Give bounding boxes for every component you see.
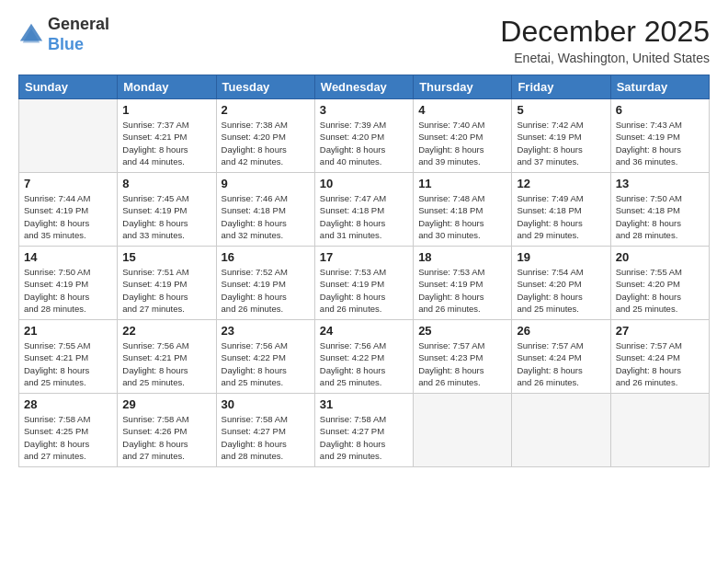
calendar-day-cell: 16Sunrise: 7:52 AMSunset: 4:19 PMDayligh… — [216, 247, 314, 320]
logo-text: General Blue — [48, 15, 109, 54]
calendar-day-cell: 22Sunrise: 7:56 AMSunset: 4:21 PMDayligh… — [118, 320, 216, 394]
day-detail: Sunrise: 7:56 AMSunset: 4:22 PMDaylight:… — [222, 339, 310, 388]
day-detail: Sunrise: 7:46 AMSunset: 4:18 PMDaylight:… — [222, 192, 310, 241]
day-detail: Sunrise: 7:37 AMSunset: 4:21 PMDaylight:… — [122, 119, 210, 167]
weekday-header: Wednesday — [314, 75, 413, 99]
day-number: 15 — [122, 250, 210, 264]
day-detail: Sunrise: 7:58 AMSunset: 4:27 PMDaylight:… — [320, 413, 408, 462]
calendar-week-row: 28Sunrise: 7:58 AMSunset: 4:25 PMDayligh… — [19, 394, 710, 467]
day-number: 23 — [222, 324, 310, 338]
day-detail: Sunrise: 7:57 AMSunset: 4:23 PMDaylight:… — [418, 339, 506, 388]
calendar-day-cell: 10Sunrise: 7:47 AMSunset: 4:18 PMDayligh… — [314, 173, 413, 247]
day-detail: Sunrise: 7:44 AMSunset: 4:19 PMDaylight:… — [24, 192, 112, 241]
weekday-header: Thursday — [414, 75, 512, 99]
day-number: 19 — [517, 250, 605, 264]
day-number: 5 — [517, 103, 605, 117]
calendar-day-cell: 11Sunrise: 7:48 AMSunset: 4:18 PMDayligh… — [414, 173, 512, 247]
calendar-header-row: SundayMondayTuesdayWednesdayThursdayFrid… — [19, 75, 710, 99]
day-detail: Sunrise: 7:52 AMSunset: 4:19 PMDaylight:… — [222, 266, 310, 315]
day-detail: Sunrise: 7:54 AMSunset: 4:20 PMDaylight:… — [517, 266, 605, 315]
day-detail: Sunrise: 7:57 AMSunset: 4:24 PMDaylight:… — [616, 339, 704, 388]
day-number: 4 — [418, 103, 506, 117]
day-detail: Sunrise: 7:43 AMSunset: 4:19 PMDaylight:… — [616, 119, 704, 167]
day-number: 8 — [122, 177, 210, 190]
day-number: 2 — [222, 103, 310, 117]
day-detail: Sunrise: 7:57 AMSunset: 4:24 PMDaylight:… — [517, 339, 605, 388]
day-number: 17 — [320, 250, 408, 264]
day-number: 28 — [24, 397, 112, 411]
day-detail: Sunrise: 7:49 AMSunset: 4:18 PMDaylight:… — [517, 192, 605, 241]
month-title: December 2025 — [500, 15, 710, 49]
calendar-day-cell: 21Sunrise: 7:55 AMSunset: 4:21 PMDayligh… — [19, 320, 118, 394]
logo-icon — [18, 22, 44, 48]
day-number: 18 — [418, 250, 506, 264]
day-number: 22 — [122, 324, 210, 338]
calendar-day-cell: 31Sunrise: 7:58 AMSunset: 4:27 PMDayligh… — [314, 394, 413, 467]
day-detail: Sunrise: 7:58 AMSunset: 4:27 PMDaylight:… — [222, 413, 310, 462]
calendar-day-cell: 8Sunrise: 7:45 AMSunset: 4:19 PMDaylight… — [118, 173, 216, 247]
day-number: 25 — [418, 324, 506, 338]
day-detail: Sunrise: 7:39 AMSunset: 4:20 PMDaylight:… — [320, 119, 408, 167]
logo-general: General — [48, 15, 109, 35]
calendar-day-cell — [512, 394, 610, 467]
day-number: 29 — [122, 397, 210, 411]
weekday-header: Tuesday — [216, 75, 314, 99]
calendar-day-cell: 2Sunrise: 7:38 AMSunset: 4:20 PMDaylight… — [216, 99, 314, 173]
calendar-day-cell: 30Sunrise: 7:58 AMSunset: 4:27 PMDayligh… — [216, 394, 314, 467]
day-number: 9 — [222, 177, 310, 190]
calendar-day-cell: 17Sunrise: 7:53 AMSunset: 4:19 PMDayligh… — [314, 247, 413, 320]
day-detail: Sunrise: 7:53 AMSunset: 4:19 PMDaylight:… — [418, 266, 506, 315]
calendar-day-cell — [610, 394, 709, 467]
day-detail: Sunrise: 7:56 AMSunset: 4:22 PMDaylight:… — [320, 339, 408, 388]
calendar-table: SundayMondayTuesdayWednesdayThursdayFrid… — [18, 75, 710, 467]
day-detail: Sunrise: 7:38 AMSunset: 4:20 PMDaylight:… — [222, 119, 310, 167]
day-number: 16 — [222, 250, 310, 264]
day-detail: Sunrise: 7:58 AMSunset: 4:25 PMDaylight:… — [24, 413, 112, 462]
day-detail: Sunrise: 7:50 AMSunset: 4:18 PMDaylight:… — [616, 192, 704, 241]
day-number: 13 — [616, 177, 704, 190]
day-detail: Sunrise: 7:53 AMSunset: 4:19 PMDaylight:… — [320, 266, 408, 315]
day-number: 31 — [320, 397, 408, 411]
calendar-day-cell: 6Sunrise: 7:43 AMSunset: 4:19 PMDaylight… — [610, 99, 709, 173]
weekday-header: Sunday — [19, 75, 118, 99]
calendar-day-cell: 23Sunrise: 7:56 AMSunset: 4:22 PMDayligh… — [216, 320, 314, 394]
calendar-day-cell: 5Sunrise: 7:42 AMSunset: 4:19 PMDaylight… — [512, 99, 610, 173]
weekday-header: Friday — [512, 75, 610, 99]
day-detail: Sunrise: 7:47 AMSunset: 4:18 PMDaylight:… — [320, 192, 408, 241]
logo: General Blue — [18, 15, 109, 54]
day-number: 3 — [320, 103, 408, 117]
calendar-day-cell: 13Sunrise: 7:50 AMSunset: 4:18 PMDayligh… — [610, 173, 709, 247]
calendar-day-cell: 4Sunrise: 7:40 AMSunset: 4:20 PMDaylight… — [414, 99, 512, 173]
day-detail: Sunrise: 7:51 AMSunset: 4:19 PMDaylight:… — [122, 266, 210, 315]
day-detail: Sunrise: 7:45 AMSunset: 4:19 PMDaylight:… — [122, 192, 210, 241]
day-detail: Sunrise: 7:50 AMSunset: 4:19 PMDaylight:… — [24, 266, 112, 315]
calendar-page: General Blue December 2025 Enetai, Washi… — [0, 0, 728, 563]
page-header: General Blue December 2025 Enetai, Washi… — [18, 15, 710, 65]
calendar-week-row: 14Sunrise: 7:50 AMSunset: 4:19 PMDayligh… — [19, 247, 710, 320]
calendar-day-cell: 28Sunrise: 7:58 AMSunset: 4:25 PMDayligh… — [19, 394, 118, 467]
day-number: 11 — [418, 177, 506, 190]
weekday-header: Monday — [118, 75, 216, 99]
calendar-day-cell: 15Sunrise: 7:51 AMSunset: 4:19 PMDayligh… — [118, 247, 216, 320]
calendar-week-row: 1Sunrise: 7:37 AMSunset: 4:21 PMDaylight… — [19, 99, 710, 173]
calendar-day-cell — [414, 394, 512, 467]
calendar-day-cell: 14Sunrise: 7:50 AMSunset: 4:19 PMDayligh… — [19, 247, 118, 320]
calendar-week-row: 7Sunrise: 7:44 AMSunset: 4:19 PMDaylight… — [19, 173, 710, 247]
day-number: 26 — [517, 324, 605, 338]
calendar-day-cell: 7Sunrise: 7:44 AMSunset: 4:19 PMDaylight… — [19, 173, 118, 247]
calendar-day-cell: 9Sunrise: 7:46 AMSunset: 4:18 PMDaylight… — [216, 173, 314, 247]
day-detail: Sunrise: 7:55 AMSunset: 4:21 PMDaylight:… — [24, 339, 112, 388]
calendar-day-cell: 20Sunrise: 7:55 AMSunset: 4:20 PMDayligh… — [610, 247, 709, 320]
calendar-day-cell: 19Sunrise: 7:54 AMSunset: 4:20 PMDayligh… — [512, 247, 610, 320]
weekday-header: Saturday — [610, 75, 709, 99]
calendar-day-cell: 12Sunrise: 7:49 AMSunset: 4:18 PMDayligh… — [512, 173, 610, 247]
day-number: 30 — [222, 397, 310, 411]
calendar-day-cell: 27Sunrise: 7:57 AMSunset: 4:24 PMDayligh… — [610, 320, 709, 394]
calendar-day-cell: 1Sunrise: 7:37 AMSunset: 4:21 PMDaylight… — [118, 99, 216, 173]
title-block: December 2025 Enetai, Washington, United… — [500, 15, 710, 65]
calendar-day-cell: 26Sunrise: 7:57 AMSunset: 4:24 PMDayligh… — [512, 320, 610, 394]
calendar-day-cell — [19, 99, 118, 173]
day-number: 14 — [24, 250, 112, 264]
calendar-day-cell: 25Sunrise: 7:57 AMSunset: 4:23 PMDayligh… — [414, 320, 512, 394]
day-detail: Sunrise: 7:42 AMSunset: 4:19 PMDaylight:… — [517, 119, 605, 167]
